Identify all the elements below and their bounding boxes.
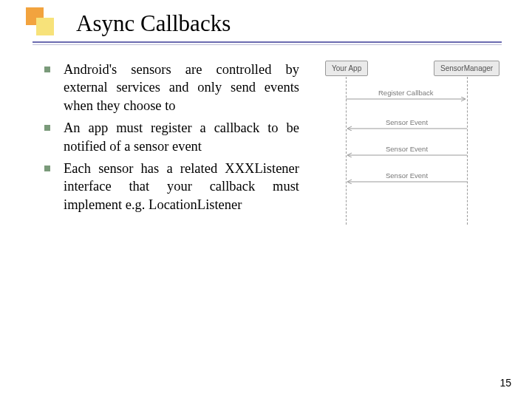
message-label: Sensor Event [386, 171, 428, 180]
message-label: Sensor Event [386, 145, 428, 153]
list-item: Each sensor has a related XXXListener in… [44, 160, 299, 214]
sequence-diagram: Your App SensorManager Register Callback… [319, 61, 511, 231]
deco-square-yellow [36, 18, 54, 35]
square-bullet-icon [44, 125, 50, 131]
bullet-text: An app must register a callback to be no… [64, 119, 299, 155]
bullet-text: Each sensor has a related XXXListener in… [64, 160, 299, 214]
page-number: 15 [499, 377, 511, 389]
message-label: Register Callback [378, 89, 433, 97]
square-bullet-icon [44, 166, 50, 171]
bullet-list: Android's sensors are controlled by exte… [44, 61, 299, 218]
message-label: Sensor Event [386, 118, 428, 126]
list-item: Android's sensors are controlled by exte… [44, 61, 299, 115]
square-bullet-icon [44, 66, 50, 72]
list-item: An app must register a callback to be no… [44, 119, 299, 155]
bullet-text: Android's sensors are controlled by exte… [64, 61, 299, 115]
title-underline [33, 41, 502, 45]
slide-title: Async Callbacks [76, 10, 231, 37]
